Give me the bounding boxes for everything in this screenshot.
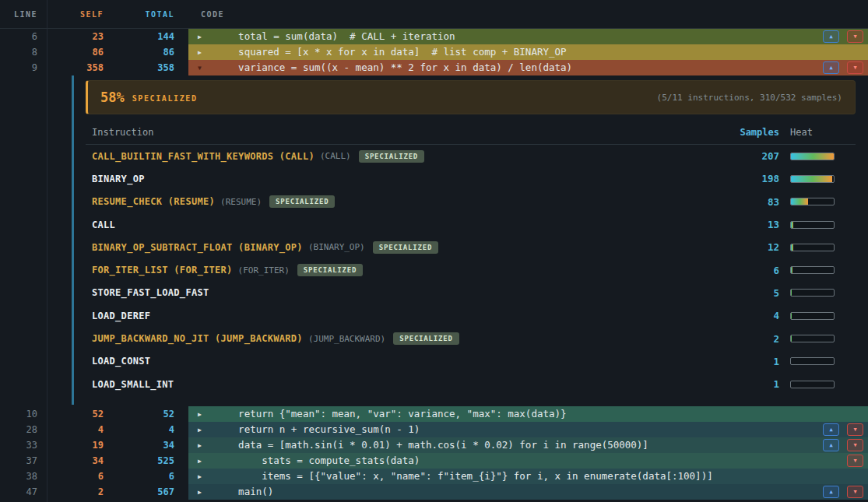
instruction-name: LOAD_CONST (92, 356, 150, 367)
total-samples: 525 (109, 453, 179, 469)
jump-up-button[interactable]: ▲ (823, 61, 839, 74)
code-cell[interactable]: ▶ squared = [x * x for x in data] # list… (188, 44, 868, 60)
jump-up-button[interactable]: ▲ (823, 30, 839, 43)
column-header-total: TOTAL (109, 10, 179, 19)
instruction-sample-count: 1 (725, 378, 779, 390)
source-code: data = [math.sin(i * 0.01) + math.cos(i … (215, 437, 648, 453)
instruction-row: FOR_ITER_LIST (FOR_ITER) (FOR_ITER) SPEC… (86, 258, 856, 281)
code-row: 47 2 567 ▶ main() ▲ ▼ (0, 484, 868, 500)
source-code: return {"mean": mean, "var": variance, "… (215, 406, 567, 422)
heat-bar (790, 381, 835, 388)
code-row: 6 23 144 ▶ total = sum(data) # CALL + it… (0, 29, 868, 44)
code-row: 9 358 358 ▼ variance = sum((x - mean) **… (0, 60, 868, 75)
instruction-sample-count: 12 (725, 241, 779, 253)
code-rows-bottom: 10 52 52 ▶ return {"mean": mean, "var": … (0, 406, 868, 500)
instruction-row: BINARY_OP 198 (86, 167, 856, 190)
jump-down-button[interactable]: ▼ (847, 439, 863, 451)
heat-bar-fill (791, 244, 793, 251)
instruction-name: CALL_BUILTIN_FAST_WITH_KEYWORDS (CALL) (92, 151, 315, 162)
heat-bar (790, 198, 835, 205)
heat-bar-cell (779, 266, 849, 274)
total-samples: 6 (109, 469, 179, 484)
instruction-name: LOAD_SMALL_INT (92, 379, 174, 390)
code-cell[interactable]: ▶ items = [{"value": x, "name": f"item_{… (188, 469, 868, 484)
expand-toggle-icon[interactable]: ▶ (198, 49, 207, 56)
jump-down-button[interactable]: ▼ (847, 61, 863, 74)
instruction-table-header: Instruction Samples Heat (86, 122, 856, 145)
expand-toggle-icon[interactable]: ▶ (198, 427, 207, 434)
self-samples: 4 (47, 422, 109, 437)
heat-bar-cell (779, 381, 849, 388)
instruction-label-group: RESUME_CHECK (RESUME) (RESUME) SPECIALIZ… (92, 195, 725, 208)
heat-bar (790, 221, 835, 229)
expanded-line-detail: 58% SPECIALIZED (5/11 instructions, 310/… (0, 75, 868, 406)
instruction-base-opcode: (CALL) (320, 151, 351, 161)
heat-bar (790, 244, 835, 251)
heat-bar-fill (791, 153, 834, 160)
jump-up-button[interactable]: ▲ (823, 439, 839, 451)
instruction-sample-count: 4 (725, 310, 779, 321)
code-row: 33 19 34 ▶ data = [math.sin(i * 0.01) + … (0, 437, 868, 453)
expand-toggle-icon[interactable]: ▶ (198, 33, 207, 40)
instruction-name: STORE_FAST_LOAD_FAST (92, 287, 209, 298)
specialized-percent-label: SPECIALIZED (132, 92, 198, 103)
code-cell[interactable]: ▶ stats = compute_stats(data) ▲ ▼ (188, 453, 868, 469)
heat-bar-cell (779, 335, 849, 342)
code-cell[interactable]: ▶ data = [math.sin(i * 0.01) + math.cos(… (188, 437, 868, 453)
expand-toggle-icon[interactable]: ▶ (198, 489, 207, 496)
total-samples: 358 (109, 60, 179, 75)
code-cell[interactable]: ▶ return n + recursive_sum(n - 1) ▲ ▼ (188, 422, 868, 437)
instruction-base-opcode: (RESUME) (220, 197, 262, 207)
instruction-name: RESUME_CHECK (RESUME) (92, 196, 215, 207)
expand-toggle-icon[interactable]: ▶ (198, 458, 207, 465)
instruction-sample-count: 5 (725, 287, 779, 299)
instruction-name: CALL (92, 219, 115, 230)
jump-down-button[interactable]: ▼ (847, 30, 863, 43)
line-number: 10 (0, 406, 47, 422)
instruction-row: CALL 13 (86, 213, 856, 236)
source-code: stats = compute_stats(data) (215, 453, 420, 469)
heat-bar (790, 266, 835, 274)
instruction-row: LOAD_SMALL_INT 1 (86, 373, 856, 395)
instruction-sample-count: 2 (725, 333, 779, 345)
instruction-base-opcode: (FOR_ITER) (238, 265, 290, 276)
total-samples: 144 (109, 29, 179, 44)
total-samples: 34 (109, 437, 179, 453)
total-samples: 567 (109, 484, 179, 500)
source-code: total = sum(data) # CALL + iteration (215, 29, 455, 44)
row-nav-buttons: ▲ ▼ (823, 61, 863, 74)
heat-bar-cell (779, 221, 849, 229)
jump-down-button[interactable]: ▼ (847, 455, 863, 467)
jump-up-button[interactable]: ▲ (823, 486, 839, 498)
heat-bar-cell (779, 175, 849, 183)
heat-bar-cell (779, 198, 849, 205)
self-samples: 19 (47, 437, 109, 453)
instruction-rows: CALL_BUILTIN_FAST_WITH_KEYWORDS (CALL) (… (86, 145, 856, 395)
heat-bar-cell (779, 357, 849, 365)
code-cell[interactable]: ▶ return {"mean": mean, "var": variance,… (188, 406, 868, 422)
table-header: LINE SELF TOTAL CODE (0, 0, 868, 29)
jump-down-button[interactable]: ▼ (847, 423, 863, 436)
expand-toggle-icon[interactable]: ▶ (198, 473, 207, 480)
specialized-badge: SPECIALIZED (269, 195, 335, 208)
code-cell[interactable]: ▶ total = sum(data) # CALL + iteration ▲… (188, 29, 868, 44)
instruction-row: LOAD_DEREF 4 (86, 304, 856, 327)
instruction-name: BINARY_OP_SUBTRACT_FLOAT (BINARY_OP) (92, 242, 303, 253)
expand-toggle-icon[interactable]: ▶ (198, 442, 207, 449)
source-code: squared = [x * x for x in data] # list c… (215, 44, 567, 60)
source-code: return n + recursive_sum(n - 1) (215, 422, 420, 437)
row-nav-buttons: ▲ ▼ (823, 30, 863, 43)
code-cell[interactable]: ▼ variance = sum((x - mean) ** 2 for x i… (188, 60, 868, 75)
heat-bar-fill (791, 335, 792, 342)
expand-toggle-icon[interactable]: ▼ (198, 65, 207, 72)
jump-down-button[interactable]: ▼ (847, 486, 863, 498)
code-cell[interactable]: ▶ main() ▲ ▼ (188, 484, 868, 500)
instruction-row: JUMP_BACKWARD_NO_JIT (JUMP_BACKWARD) (JU… (86, 327, 856, 349)
column-header-heat: Heat (779, 127, 849, 138)
instruction-row: BINARY_OP_SUBTRACT_FLOAT (BINARY_OP) (BI… (86, 236, 856, 258)
line-number: 37 (0, 453, 47, 469)
expand-toggle-icon[interactable]: ▶ (198, 411, 207, 418)
heat-bar-fill (791, 267, 792, 273)
jump-up-button[interactable]: ▲ (823, 423, 839, 436)
instruction-sample-count: 83 (725, 196, 779, 208)
